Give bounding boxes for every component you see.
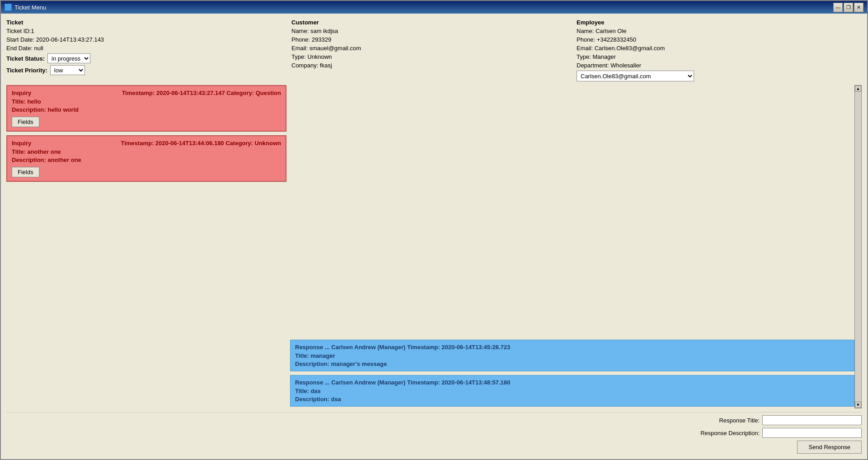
inquiry-1-desc: Description: hello world — [12, 106, 281, 113]
response-2-desc: Description: dsa — [295, 396, 849, 403]
employee-phone: Phone: +34228332450 — [577, 36, 862, 43]
customer-phone: Phone: 293329 — [291, 36, 577, 43]
bottom-section: Response Title: Response Description: Se… — [6, 412, 862, 454]
response-1-header: Response ... Carlsen Andrew (Manager) Ti… — [295, 344, 849, 351]
ticket-priority-label: Ticket Priority: — [6, 67, 47, 74]
inquiry-1-header-left: Inquiry — [12, 90, 31, 96]
response-1-desc: Description: manager's message — [295, 360, 849, 367]
response-2-header: Response ... Carlsen Andrew (Manager) Ti… — [295, 379, 849, 386]
response-title-row: Response Title: — [687, 415, 862, 425]
ticket-status-select[interactable]: in progress open closed resolved — [47, 53, 90, 63]
ticket-column: Ticket Ticket ID:1 Start Date: 2020-06-1… — [6, 19, 291, 81]
inquiry-2-title: Title: another one — [12, 148, 281, 155]
employee-section-label: Employee — [577, 19, 862, 26]
ticket-priority-select[interactable]: low medium high — [50, 65, 85, 75]
inquiry-1-header-right: Timestamp: 2020-06-14T13:43:27.147 Categ… — [122, 90, 281, 96]
customer-type: Type: Unknown — [291, 53, 577, 60]
ticket-id: Ticket ID:1 — [6, 28, 291, 34]
ticket-section-label: Ticket — [6, 19, 291, 26]
inquiry-card-2: Inquiry Timestamp: 2020-06-14T13:44:06.1… — [6, 135, 286, 182]
response-description-label: Response Description: — [687, 430, 760, 436]
employee-department: Department: Wholesaller — [577, 62, 862, 69]
customer-company: Company: fkasj — [291, 62, 577, 69]
info-section: Ticket Ticket ID:1 Start Date: 2020-06-1… — [6, 19, 862, 81]
response-title-input[interactable] — [762, 415, 862, 425]
ticket-status-row: Ticket Status: in progress open closed r… — [6, 53, 291, 63]
inquiry-1-header: Inquiry Timestamp: 2020-06-14T13:43:27.1… — [12, 90, 281, 96]
ticket-status-label: Ticket Status: — [6, 55, 45, 62]
ticket-priority-row: Ticket Priority: low medium high — [6, 65, 291, 75]
main-window: Ticket Menu — ❐ ✕ Ticket Ticket ID:1 Sta… — [0, 0, 868, 460]
scroll-track — [855, 92, 861, 402]
title-bar-left: Ticket Menu — [5, 4, 46, 11]
response-card-1: Response ... Carlsen Andrew (Manager) Ti… — [290, 340, 854, 371]
customer-email: Email: smauel@gmail.com — [291, 45, 577, 52]
response-2-title: Title: das — [295, 388, 849, 394]
ticket-end-date: End Date: null — [6, 45, 291, 52]
inquiry-2-fields-button[interactable]: Fields — [12, 167, 39, 177]
inquiry-2-desc: Description: another one — [12, 156, 281, 163]
response-description-input[interactable] — [762, 428, 862, 438]
inquiry-2-header: Inquiry Timestamp: 2020-06-14T13:44:06.1… — [12, 140, 281, 147]
inquiries-panel: Inquiry Timestamp: 2020-06-14T13:43:27.1… — [6, 85, 286, 408]
title-bar-buttons: — ❐ ✕ — [833, 3, 863, 12]
employee-email: Email: Carlsen.Ole83@gmail.com — [577, 45, 862, 52]
inquiry-1-fields-button[interactable]: Fields — [12, 117, 39, 127]
response-title-label: Response Title: — [687, 417, 760, 424]
inquiry-card-1: Inquiry Timestamp: 2020-06-14T13:43:27.1… — [6, 85, 286, 132]
scroll-down-arrow[interactable]: ▼ — [855, 402, 861, 408]
employee-name: Name: Carlsen Ole — [577, 28, 862, 34]
inquiry-1-title: Title: hello — [12, 98, 281, 105]
response-description-row: Response Description: — [687, 428, 862, 438]
response-card-2: Response ... Carlsen Andrew (Manager) Ti… — [290, 375, 854, 407]
scrollbar[interactable]: ▲ ▼ — [854, 85, 862, 408]
close-button[interactable]: ✕ — [854, 3, 863, 12]
employee-column: Employee Name: Carlsen Ole Phone: +34228… — [577, 19, 862, 81]
inquiry-2-header-right: Timestamp: 2020-06-14T13:44:06.180 Categ… — [121, 140, 281, 147]
send-response-button[interactable]: Send Response — [797, 441, 862, 454]
content-area: Ticket Ticket ID:1 Start Date: 2020-06-1… — [1, 14, 867, 459]
maximize-button[interactable]: ❐ — [844, 3, 853, 12]
response-1-title: Title: manager — [295, 352, 849, 359]
ticket-start-date: Start Date: 2020-06-14T13:43:27.143 — [6, 36, 291, 43]
customer-section-label: Customer — [291, 19, 577, 26]
title-bar: Ticket Menu — ❐ ✕ — [1, 1, 867, 14]
customer-name: Name: sam ikdjsa — [291, 28, 577, 34]
employee-type: Type: Manager — [577, 53, 862, 60]
scroll-up-arrow[interactable]: ▲ — [855, 85, 861, 92]
responses-panel: Response ... Carlsen Andrew (Manager) Ti… — [286, 85, 854, 408]
window-icon — [5, 4, 12, 11]
minimize-button[interactable]: — — [833, 3, 843, 12]
inquiry-2-header-left: Inquiry — [12, 140, 31, 147]
customer-column: Customer Name: sam ikdjsa Phone: 293329 … — [291, 19, 577, 81]
window-title: Ticket Menu — [14, 4, 46, 11]
employee-email-select[interactable]: Carlsen.Ole83@gmail.com — [577, 71, 694, 81]
main-area: Inquiry Timestamp: 2020-06-14T13:43:27.1… — [6, 85, 862, 408]
